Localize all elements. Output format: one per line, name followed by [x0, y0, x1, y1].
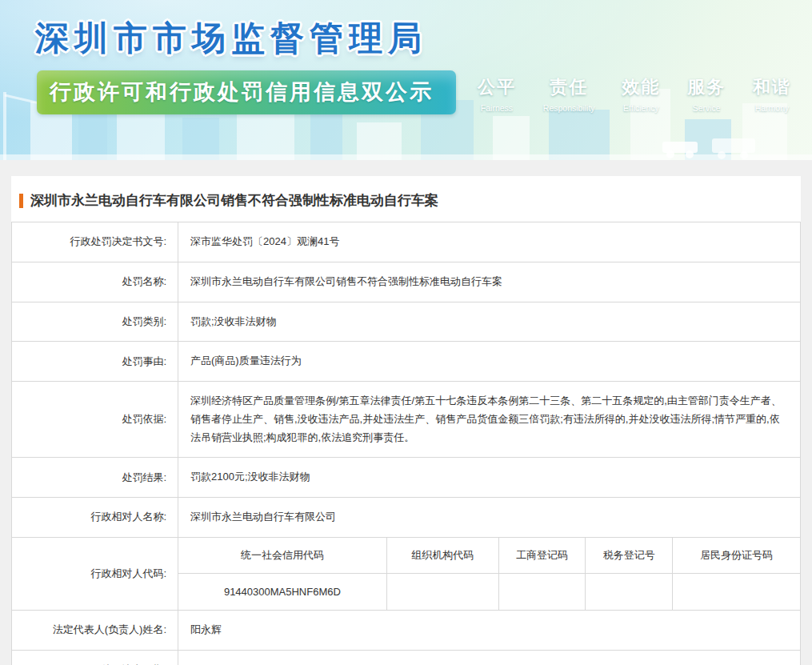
motto-en-efficiency: Efficiency	[622, 103, 660, 113]
case-title: 深圳市永兰电动自行车有限公司销售不符合强制性标准电动自行车案	[30, 191, 438, 210]
code-col-biz: 工商登记码	[498, 538, 586, 574]
row-value: 阳永辉	[178, 610, 801, 650]
table-row: 处罚结果: 罚款2100元;没收非法财物	[12, 458, 801, 498]
motto-col: 责任 Responsibility	[543, 75, 595, 113]
table-row: 处罚名称: 深圳市永兰电动自行车有限公司销售不符合强制性标准电动自行车案	[12, 262, 801, 302]
motto-cn-service: 服务	[687, 75, 726, 99]
site-header: 深圳市市场监督管理局 行政许可和行政处罚信用信息双公示 公平 Fairness …	[0, 0, 812, 160]
code-header-row: 统一社会信用代码 组织机构代码 工商登记码 税务登记号 居民身份证号码	[178, 538, 800, 574]
row-label: 处罚事由:	[12, 342, 178, 382]
table-row: 行政处罚决定书文号: 深市监华处罚〔2024〕观澜41号	[12, 222, 801, 262]
table-row: 行政相对人名称: 深圳市永兰电动自行车有限公司	[12, 498, 801, 538]
row-value: 深圳经济特区产品质量管理条例/第五章法律责任/第五十七条违反本条例第二十三条、第…	[178, 382, 801, 458]
motto-col: 公平 Fairness	[478, 75, 516, 113]
motto-col: 服务 Service	[687, 75, 726, 113]
row-value: 2024-03-14	[178, 650, 801, 665]
table-row: 处罚事由: 产品(商品)质量违法行为	[12, 342, 801, 382]
row-value: 深圳市永兰电动自行车有限公司销售不符合强制性标准电动自行车案	[178, 262, 801, 302]
table-row: 处罚依据: 深圳经济特区产品质量管理条例/第五章法律责任/第五十七条违反本条例第…	[12, 382, 801, 458]
code-value-id	[673, 574, 800, 610]
code-values-row: 91440300MA5HNF6M6D	[178, 574, 800, 610]
table-row: 法定代表人(负责人)姓名: 阳永辉	[12, 610, 801, 650]
code-col-uscc: 统一社会信用代码	[178, 538, 386, 574]
table-row-codes: 行政相对人代码: 统一社会信用代码 组织机构代码 工商登记码 税务登记号 居民身…	[12, 537, 801, 610]
row-label: 法定代表人(负责人)姓名:	[12, 610, 178, 650]
row-value: 深圳市永兰电动自行车有限公司	[178, 498, 801, 538]
row-label: 行政相对人代码:	[12, 537, 178, 610]
motto-col: 效能 Efficiency	[622, 75, 660, 113]
code-col-tax: 税务登记号	[586, 538, 673, 574]
motto-en-service: Service	[687, 103, 726, 113]
code-value-biz	[498, 574, 586, 610]
row-label: 行政相对人名称:	[12, 498, 178, 538]
motto-row: 公平 Fairness 责任 Responsibility 效能 Efficie…	[478, 75, 791, 113]
table-row: 处罚类别: 罚款;没收非法财物	[12, 302, 801, 342]
motto-cn-efficiency: 效能	[622, 75, 660, 99]
row-value: 深市监华处罚〔2024〕观澜41号	[178, 222, 801, 262]
case-info-table: 行政处罚决定书文号: 深市监华处罚〔2024〕观澜41号 处罚名称: 深圳市永兰…	[11, 222, 801, 665]
row-label: 处罚依据:	[12, 382, 178, 458]
motto-cn-fairness: 公平	[478, 75, 516, 99]
case-title-row: 深圳市永兰电动自行车有限公司销售不符合强制性标准电动自行车案	[11, 176, 801, 222]
motto-block: 公平 Fairness 责任 Responsibility 效能 Efficie…	[478, 75, 791, 113]
row-label: 行政处罚决定书文号:	[12, 222, 178, 262]
motto-en-harmony: Harmony	[753, 103, 791, 113]
code-value-org	[386, 574, 498, 610]
motto-en-responsibility: Responsibility	[543, 103, 595, 113]
row-label: 处罚类别:	[12, 302, 178, 342]
row-value: 罚款2100元;没收非法财物	[178, 458, 801, 498]
code-table: 统一社会信用代码 组织机构代码 工商登记码 税务登记号 居民身份证号码 9144…	[178, 538, 800, 610]
code-value-uscc: 91440300MA5HNF6M6D	[178, 574, 386, 610]
agency-title: 深圳市市场监督管理局	[35, 16, 427, 61]
row-label: 处罚决定日期:	[12, 650, 178, 665]
motto-col: 和谐 Harmony	[753, 75, 791, 113]
table-row: 处罚决定日期: 2024-03-14	[12, 650, 801, 665]
row-label: 处罚结果:	[12, 458, 178, 498]
row-label: 处罚名称:	[12, 262, 178, 302]
code-value-tax	[586, 574, 673, 610]
row-value: 罚款;没收非法财物	[178, 302, 801, 342]
code-cell: 统一社会信用代码 组织机构代码 工商登记码 税务登记号 居民身份证号码 9144…	[178, 537, 801, 610]
code-col-id: 居民身份证号码	[673, 538, 800, 574]
motto-en-fairness: Fairness	[478, 103, 516, 113]
title-accent-bar	[19, 194, 23, 208]
case-content: 深圳市永兰电动自行车有限公司销售不符合强制性标准电动自行车案 行政处罚决定书文号…	[11, 176, 801, 665]
banner-ribbon: 行政许可和行政处罚信用信息双公示	[37, 70, 456, 114]
row-value: 产品(商品)质量违法行为	[178, 342, 801, 382]
motto-cn-responsibility: 责任	[543, 75, 595, 99]
motto-cn-harmony: 和谐	[753, 75, 791, 99]
code-col-org: 组织机构代码	[386, 538, 498, 574]
